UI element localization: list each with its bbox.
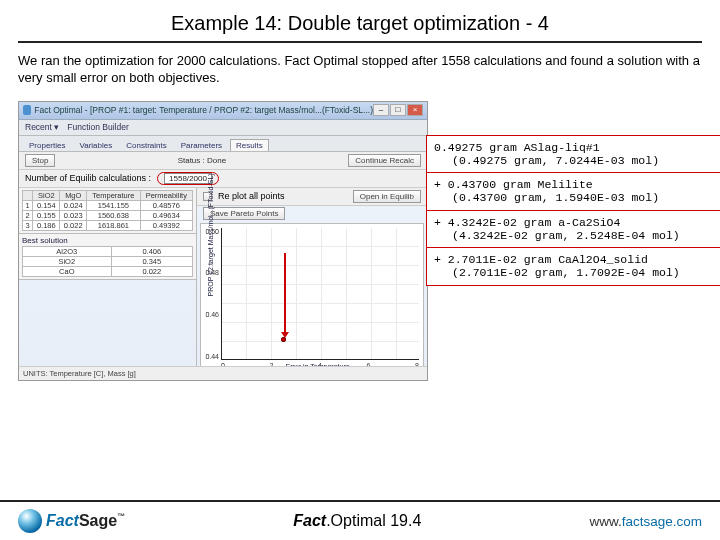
- slide-title: Example 14: Double target optimization -…: [18, 12, 702, 43]
- table-row: 10.1540.0241541.1550.48576: [23, 200, 193, 210]
- iterations-table: SiO2 MgO Temperature Permeability 10.154…: [22, 190, 193, 231]
- tab-strip: Properties Variables Constraints Paramet…: [19, 136, 427, 152]
- app-window: Fact Optimal - [PROP #1: target: Tempera…: [18, 101, 428, 381]
- logo-fact: Fact: [46, 512, 79, 529]
- plot-area: PROP #2:target Mass/mol...(FToxid-SL) Er…: [221, 228, 419, 360]
- tab-results[interactable]: Results: [230, 139, 269, 151]
- tab-variables[interactable]: Variables: [73, 139, 118, 151]
- url: www.factsage.com: [589, 514, 702, 529]
- solution-table: Al2O30.406 SiO20.345 CaO0.022: [22, 246, 193, 277]
- maximize-button[interactable]: □: [390, 104, 406, 116]
- chart: 0.50 0.48 0.46 0.44 PROP #2:target Mass/…: [200, 223, 424, 377]
- table-row: 30.1860.0221618.8610.49392: [23, 220, 193, 230]
- result-row: + 2.7011E-02 gram CaAl2O4_solid (2.7011E…: [427, 248, 720, 284]
- calc-label: Number of Equilib calculations :: [25, 173, 151, 183]
- right-column: Re plot all points Open in Equilib Save …: [197, 188, 427, 380]
- status-row: Stop Status : Done Continue Recalc: [19, 152, 427, 170]
- save-pareto-button[interactable]: Save Pareto Points: [203, 207, 285, 220]
- results-box: 0.49275 gram ASlag-liq#1 (0.49275 gram, …: [426, 135, 720, 286]
- left-column: SiO2 MgO Temperature Permeability 10.154…: [19, 188, 197, 380]
- solution-header: Best solution: [22, 236, 193, 245]
- th-perm: Permeability: [140, 190, 192, 200]
- body-text: We ran the optimization for 2000 calcula…: [18, 53, 702, 87]
- th-sio2: SiO2: [33, 190, 60, 200]
- minimize-button[interactable]: –: [373, 104, 389, 116]
- logo-globe-icon: [18, 509, 42, 533]
- result-row: + 0.43700 gram Melilite (0.43700 gram, 1…: [427, 173, 720, 210]
- status-value: Done: [207, 156, 226, 165]
- calc-row: Number of Equilib calculations : 1558/20…: [19, 170, 427, 188]
- stop-button[interactable]: Stop: [25, 154, 55, 167]
- y-label: PROP #2:target Mass/mol...(FToxid-SL): [207, 174, 214, 297]
- status-label: Status :: [178, 156, 205, 165]
- annotation-arrow: [284, 253, 286, 333]
- titlebar: Fact Optimal - [PROP #1: target: Tempera…: [19, 102, 427, 120]
- app-icon: [23, 105, 31, 115]
- units-footer: UNITS: Temperature [C], Mass [g]: [19, 366, 427, 380]
- table-row: CaO0.022: [23, 266, 193, 276]
- logo-sage: Sage: [79, 512, 117, 529]
- th-blank: [23, 190, 33, 200]
- menu-function-builder[interactable]: Function Builder: [67, 122, 128, 132]
- product-name: Fact.Optimal 19.4: [293, 512, 421, 530]
- menubar: Recent ▾ Function Builder: [19, 120, 427, 136]
- continue-button[interactable]: Continue Recalc: [348, 154, 421, 167]
- slide-footer: FactSage™ Fact.Optimal 19.4 www.factsage…: [0, 500, 720, 540]
- window-title: Fact Optimal - [PROP #1: target: Tempera…: [34, 105, 373, 115]
- tab-parameters[interactable]: Parameters: [175, 139, 228, 151]
- factsage-logo: FactSage™: [18, 509, 125, 533]
- table-row: SiO20.345: [23, 256, 193, 266]
- menu-recent[interactable]: Recent ▾: [25, 122, 59, 132]
- tab-properties[interactable]: Properties: [23, 139, 71, 151]
- result-row: 0.49275 gram ASlag-liq#1 (0.49275 gram, …: [427, 136, 720, 173]
- table-row: Al2O30.406: [23, 246, 193, 256]
- logo-tm: ™: [117, 512, 125, 521]
- calc-value: 1558/2000: [164, 173, 212, 184]
- tab-constraints[interactable]: Constraints: [120, 139, 172, 151]
- replot-label: Re plot all points: [218, 191, 285, 201]
- close-button[interactable]: ×: [407, 104, 423, 116]
- th-mgo: MgO: [60, 190, 87, 200]
- open-equilib-button[interactable]: Open in Equilib: [353, 190, 421, 203]
- result-row: + 4.3242E-02 gram a-Ca2SiO4 (4.3242E-02 …: [427, 211, 720, 248]
- content-area: Fact Optimal - [PROP #1: target: Tempera…: [18, 101, 702, 411]
- table-row: 20.1550.0231560.6380.49634: [23, 210, 193, 220]
- data-point: [281, 337, 286, 342]
- th-temp: Temperature: [87, 190, 140, 200]
